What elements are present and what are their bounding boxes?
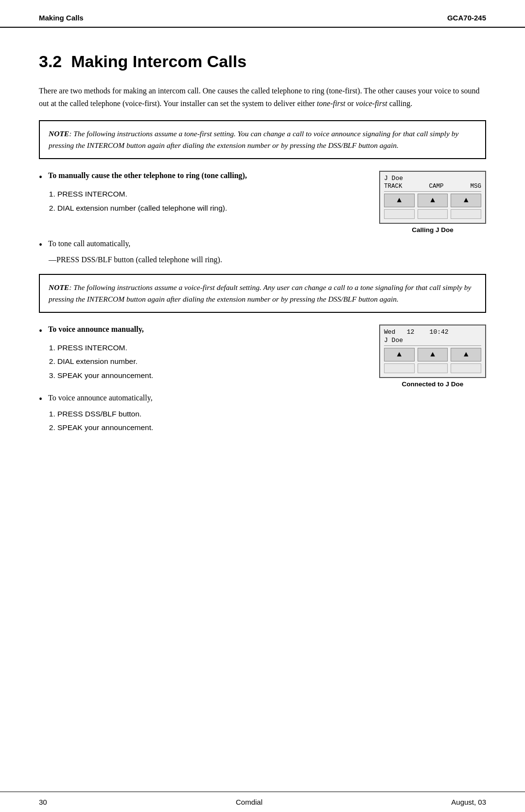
page: Making Calls GCA70-245 3.2 Making Interc…	[0, 0, 525, 812]
bullet-dot-voice: •	[39, 324, 42, 338]
voice-auto-steps: PRESS DSS/BLF button. SPEAK your announc…	[57, 408, 486, 434]
phone-small-btn-5	[418, 363, 448, 373]
phone-display-2: Wed 12 10:42 J Doe ▲ ▲ ▲	[379, 325, 486, 388]
tone-bullet-text: • To manually cause the other telephone …	[39, 170, 368, 216]
voice-bullet-text: • To voice announce manually, PRESS INTE…	[39, 324, 368, 383]
bullet-dot-tone: •	[39, 170, 42, 184]
phone-small-btn-6	[451, 363, 481, 373]
tone-auto-text: To tone call automatically,	[48, 239, 130, 248]
voice-step-2: DIAL extension number.	[57, 355, 368, 368]
press-dss-line: —PRESS DSS/BLF button (called telephone …	[49, 253, 486, 266]
voice-bullet-header: • To voice announce manually,	[39, 324, 368, 338]
phone-btn-5: ▲	[418, 348, 448, 361]
voice-auto-text: To voice announce automatically,	[48, 394, 153, 402]
phone-btn-2: ▲	[418, 194, 448, 207]
header-left: Making Calls	[39, 14, 84, 22]
tone-bullet-header: • To manually cause the other telephone …	[39, 170, 368, 184]
phone-name-line-2: J Doe	[384, 337, 481, 346]
note-box-2: NOTE: The following instructions assume …	[39, 274, 486, 313]
phone-btn-row-4	[384, 363, 481, 373]
voice-auto-step-1: PRESS DSS/BLF button.	[57, 408, 486, 420]
phone-btn-1: ▲	[384, 194, 415, 207]
phone-small-btn-3	[451, 209, 481, 219]
voice-auto-step-2: SPEAK your announcement.	[57, 421, 486, 434]
phone-btn-3: ▲	[451, 194, 481, 207]
phone-btn-4: ▲	[384, 348, 415, 361]
voice-bullet-title: To voice announce manually,	[48, 324, 144, 335]
voice-auto-line: • To voice announce automatically,	[39, 394, 486, 405]
tone-auto-line: • To tone call automatically,	[39, 239, 486, 251]
voice-bullet-section: • To voice announce manually, PRESS INTE…	[39, 324, 486, 388]
phone-small-btn-4	[384, 363, 415, 373]
phone-btn-6: ▲	[451, 348, 481, 361]
intro-paragraph: There are two methods for making an inte…	[39, 85, 486, 109]
phone-caption-2: Connected to J Doe	[379, 380, 486, 388]
phone-display-1: J Doe TRACK CAMP MSG ▲ ▲ ▲	[379, 171, 486, 234]
tone-steps-list: PRESS INTERCOM. DIAL extension number (c…	[57, 188, 368, 215]
voice-step-1: PRESS INTERCOM.	[57, 342, 368, 354]
phone-labels-row: TRACK CAMP MSG	[384, 183, 481, 192]
voice-steps-list: PRESS INTERCOM. DIAL extension number. S…	[57, 342, 368, 382]
tone-step-1: PRESS INTERCOM.	[57, 188, 368, 200]
phone-buttons-2: ▲ ▲ ▲	[384, 348, 481, 373]
voice-step-3: SPEAK your announcement.	[57, 369, 368, 382]
footer-date: August, 03	[451, 798, 486, 806]
phone-btn-row-3: ▲ ▲ ▲	[384, 348, 481, 361]
footer-page-number: 30	[39, 798, 47, 806]
page-footer: 30 Comdial August, 03	[0, 792, 525, 812]
phone-buttons-top: ▲ ▲ ▲	[384, 194, 481, 219]
tone-bullet-title: To manually cause the other telephone to…	[48, 170, 247, 181]
page-header: Making Calls GCA70-245	[0, 0, 525, 28]
phone-time-line: Wed 12 10:42	[384, 328, 481, 336]
phone-screen-1: J Doe TRACK CAMP MSG ▲ ▲ ▲	[379, 171, 486, 224]
phone-name-line: J Doe	[384, 175, 481, 182]
note-box-1: NOTE: The following instructions assume …	[39, 120, 486, 159]
section-title: 3.2 Making Intercom Calls	[39, 52, 486, 71]
tone-step-2: DIAL extension number (called telephone …	[57, 202, 368, 215]
header-right: GCA70-245	[447, 14, 486, 22]
phone-btn-row-2	[384, 209, 481, 219]
tone-bullet-section: • To manually cause the other telephone …	[39, 170, 486, 234]
phone-small-btn-1	[384, 209, 415, 219]
tone-auto-bullet-dot: •	[39, 239, 42, 251]
voice-auto-bullet-dot: •	[39, 394, 42, 405]
main-content: 3.2 Making Intercom Calls There are two …	[0, 28, 525, 792]
phone-caption-1: Calling J Doe	[379, 226, 486, 234]
phone-screen-2: Wed 12 10:42 J Doe ▲ ▲ ▲	[379, 325, 486, 378]
phone-btn-row-1: ▲ ▲ ▲	[384, 194, 481, 207]
phone-small-btn-2	[418, 209, 448, 219]
footer-center: Comdial	[236, 798, 262, 806]
